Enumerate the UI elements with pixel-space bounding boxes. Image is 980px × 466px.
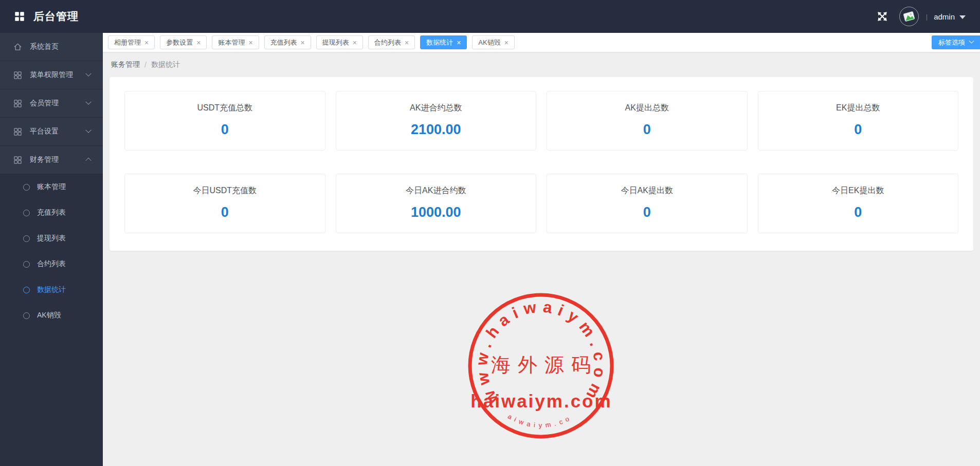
stat-card-usdt-recharge-total: USDT充值总数 0 — [124, 91, 325, 151]
sidebar-item-label: 菜单权限管理 — [30, 70, 73, 80]
stat-title: 今日EK提出数 — [832, 185, 884, 196]
sidebar-subitem-label: 账本管理 — [37, 182, 66, 192]
close-icon[interactable]: × — [248, 39, 252, 46]
sidebar-subitem-label: 数据统计 — [37, 285, 66, 294]
tab-label: 提现列表 — [322, 38, 349, 47]
circle-icon — [23, 184, 30, 191]
tab-label: AK销毁 — [478, 38, 500, 47]
tab-ak-destroy[interactable]: AK销毁 × — [472, 35, 515, 49]
tab-recharge-list[interactable]: 充值列表 × — [264, 35, 311, 49]
circle-icon — [23, 312, 30, 319]
tab-label: 参数设置 — [166, 38, 193, 47]
close-icon[interactable]: × — [504, 39, 509, 46]
tab-ledger[interactable]: 账本管理 × — [212, 35, 259, 49]
tab-options-button[interactable]: 标签选项 — [932, 35, 980, 49]
stat-value: 0 — [643, 122, 651, 138]
chevron-down-icon — [969, 39, 974, 44]
grid-icon — [13, 71, 22, 80]
user-menu[interactable]: admin — [934, 12, 966, 21]
tab-params[interactable]: 参数设置 × — [160, 35, 207, 49]
sidebar-subitem-label: 合约列表 — [37, 259, 66, 269]
app-logo: 后台管理 — [0, 9, 103, 24]
stat-title: AK提出总数 — [625, 103, 669, 114]
close-icon[interactable]: × — [353, 39, 357, 46]
breadcrumb: 账务管理 / 数据统计 — [103, 52, 980, 77]
header-divider: | — [926, 13, 928, 21]
tab-label: 账本管理 — [218, 38, 245, 47]
breadcrumb-current: 数据统计 — [151, 60, 180, 69]
sidebar-item-finance[interactable]: 财务管理 — [0, 146, 103, 174]
sidebar-item-label: 财务管理 — [30, 155, 59, 164]
tab-label: 充值列表 — [270, 38, 297, 47]
stat-card-today-usdt-recharge: 今日USDT充值数 0 — [124, 174, 325, 233]
sidebar-subitem-ak-destroy[interactable]: AK销毁 — [0, 303, 103, 328]
breadcrumb-parent[interactable]: 账务管理 — [111, 60, 140, 69]
watermark-stamp: www.haiwaiym.com 海外源码 haiwaiym.com haiwa… — [466, 291, 615, 440]
sidebar-item-menu-permissions[interactable]: 菜单权限管理 — [0, 61, 103, 89]
username: admin — [934, 12, 955, 21]
sidebar-subitem-contract-list[interactable]: 合约列表 — [0, 251, 103, 277]
breadcrumb-separator: / — [144, 61, 147, 69]
circle-icon — [23, 287, 30, 293]
stat-title: 今日USDT充值数 — [193, 185, 257, 196]
stats-row-today: 今日USDT充值数 0 今日AK进合约数 1000.00 今日AK提出数 0 今… — [124, 174, 958, 233]
stat-value: 0 — [643, 204, 651, 220]
tab-withdraw-list[interactable]: 提现列表 × — [316, 35, 363, 49]
tab-data-stats[interactable]: 数据统计 × — [420, 35, 467, 49]
sidebar-item-label: 平台设置 — [30, 127, 59, 136]
close-icon[interactable]: × — [405, 39, 409, 46]
sidebar-subitem-recharge-list[interactable]: 充值列表 — [0, 200, 103, 226]
close-icon[interactable]: × — [144, 39, 149, 46]
sidebar-subitem-ledger[interactable]: 账本管理 — [0, 174, 103, 200]
stat-card-ak-contract-total: AK进合约总数 2100.00 — [336, 91, 537, 151]
tab-label: 数据统计 — [426, 38, 453, 47]
avatar-placeholder-icon — [900, 8, 918, 25]
sidebar-subitem-label: 提现列表 — [37, 234, 66, 243]
sidebar-item-platform-settings[interactable]: 平台设置 — [0, 118, 103, 146]
tab-bar: 相册管理 × 参数设置 × 账本管理 × 充值列表 × 提现列表 × 合约列表 … — [103, 33, 980, 52]
stamp-center-chinese: 海外源码 — [491, 354, 598, 376]
stat-value: 0 — [221, 204, 229, 220]
header-actions: | admin — [877, 7, 980, 26]
app-title: 后台管理 — [33, 9, 79, 24]
stats-panel: USDT充值总数 0 AK进合约总数 2100.00 AK提出总数 0 EK提出… — [110, 77, 973, 251]
grid-icon — [13, 127, 22, 136]
stat-value: 2100.00 — [411, 122, 461, 138]
tab-album-management[interactable]: 相册管理 × — [108, 35, 155, 49]
sidebar-item-home[interactable]: 系统首页 — [0, 33, 103, 61]
sidebar-subitem-data-stats[interactable]: 数据统计 — [0, 277, 103, 303]
close-icon[interactable]: × — [196, 39, 201, 46]
chevron-down-icon — [85, 71, 91, 77]
caret-down-icon — [959, 15, 966, 19]
stat-title: 今日AK提出数 — [621, 185, 673, 196]
stamp-center-domain: haiwaiym.com — [470, 391, 612, 411]
stat-card-ek-withdraw-total: EK提出总数 0 — [758, 91, 959, 151]
stat-value: 0 — [221, 122, 229, 138]
tab-contract-list[interactable]: 合约列表 × — [368, 35, 415, 49]
stat-value: 0 — [854, 204, 862, 220]
finance-submenu: 账本管理 充值列表 提现列表 合约列表 数据统计 AK销毁 — [0, 174, 103, 328]
sidebar-item-label: 系统首页 — [30, 42, 59, 51]
stat-card-ak-withdraw-total: AK提出总数 0 — [547, 91, 748, 151]
grid-icon — [13, 156, 22, 164]
tab-label: 相册管理 — [114, 38, 141, 47]
stat-title: 今日AK进合约数 — [406, 185, 466, 196]
tab-options-label: 标签选项 — [938, 38, 965, 47]
stats-row-totals: USDT充值总数 0 AK进合约总数 2100.00 AK提出总数 0 EK提出… — [124, 91, 958, 151]
sidebar-subitem-label: 充值列表 — [37, 208, 66, 217]
avatar[interactable] — [899, 7, 919, 26]
top-header: 后台管理 | admin — [0, 0, 980, 33]
close-icon[interactable]: × — [301, 39, 305, 46]
grid-logo-icon — [14, 11, 25, 22]
circle-icon — [23, 210, 30, 216]
close-icon[interactable]: × — [457, 39, 461, 46]
sidebar-subitem-withdraw-list[interactable]: 提现列表 — [0, 226, 103, 251]
sidebar-item-members[interactable]: 会员管理 — [0, 89, 103, 118]
circle-icon — [23, 235, 30, 242]
stat-title: USDT充值总数 — [197, 103, 252, 114]
fullscreen-icon[interactable] — [877, 11, 888, 22]
stat-value: 0 — [854, 122, 862, 138]
sidebar-item-label: 会员管理 — [30, 99, 59, 108]
tab-label: 合约列表 — [374, 38, 401, 47]
stat-value: 1000.00 — [411, 204, 461, 220]
